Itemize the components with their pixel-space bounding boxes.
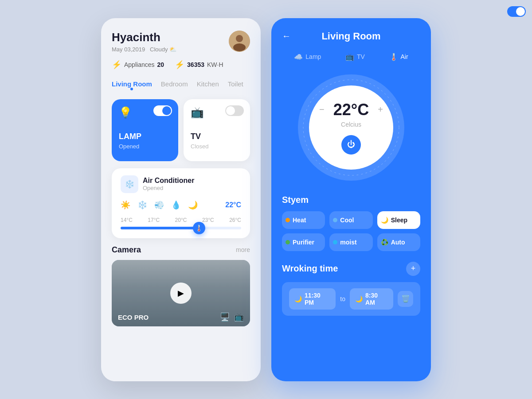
- mode-wind[interactable]: 💨: [154, 200, 164, 210]
- header-date: May 03,2019 Cloudy ⛅: [112, 46, 176, 53]
- left-header: Hyacinth May 03,2019 Cloudy ⛅: [112, 31, 250, 53]
- mode-heat-btn[interactable]: Heat: [282, 211, 325, 229]
- play-button[interactable]: ▶: [170, 283, 192, 304]
- mode-snow[interactable]: ❄️: [137, 200, 147, 210]
- moon-icon-from: 🌙: [294, 295, 302, 302]
- thermostat-outer: − 22°C + Celcius ⏻: [298, 74, 404, 181]
- room-tabs: Living Room Bedroom Kitchen Toilet: [112, 80, 250, 90]
- tv-name: TV: [191, 132, 243, 141]
- trash-icon: 🗑️: [401, 294, 410, 303]
- time-from-value: 11:30 PM: [305, 292, 330, 306]
- lamp-name: LAMP: [119, 132, 171, 141]
- tab-bedroom[interactable]: Bedroom: [161, 80, 188, 90]
- right-panel: ← Living Room ☁️ Lamp 📺 TV 🌡️ Air: [271, 18, 431, 381]
- camera-thumbnail: ▶ ECO PRO 🖥️ 📺: [112, 260, 250, 326]
- delete-time-btn[interactable]: 🗑️: [398, 291, 413, 307]
- user-name: Hyacinth: [112, 31, 176, 44]
- working-time-title: Wroking time: [282, 263, 338, 274]
- svg-point-2: [233, 43, 246, 51]
- mode-moon[interactable]: 🌙: [188, 200, 198, 210]
- mode-grid: Heat Cool 🌙 Sleep Purifier moist ♻️ Auto: [282, 211, 420, 251]
- tab-living-room[interactable]: Living Room: [112, 80, 152, 90]
- devices-row: 💡 LAMP Opened 📺 TV Closed: [112, 99, 250, 161]
- tv-tab-icon: 📺: [345, 53, 354, 61]
- tv-status: Closed: [191, 143, 243, 150]
- temp-slider[interactable]: 🌡️: [121, 227, 241, 229]
- mode-drop[interactable]: 💧: [171, 200, 181, 210]
- appliances-stat: ⚡ Appliances 20: [112, 60, 164, 70]
- device-tab-tv[interactable]: 📺 TV: [345, 53, 365, 61]
- appliances-icon: ⚡: [112, 60, 121, 70]
- thermostat-container: − 22°C + Celcius ⏻: [282, 74, 420, 181]
- thermo-controls: − 22°C +: [319, 101, 383, 119]
- ac-modes: ☀️ ❄️ 💨 💧 🌙 22°C: [121, 200, 241, 210]
- time-to-label: to: [340, 295, 345, 302]
- ac-title-row: ❄️ Air Conditioner Opened: [121, 175, 194, 193]
- camera-section: Camera more ▶ ECO PRO 🖥️ 📺: [112, 245, 250, 326]
- energy-icon: ⚡: [175, 60, 184, 70]
- heat-dot: [286, 218, 290, 222]
- mode-purifier-btn[interactable]: Purifier: [282, 233, 325, 251]
- auto-icon: ♻️: [381, 239, 388, 246]
- back-arrow[interactable]: ←: [282, 31, 291, 41]
- device-tab-lamp[interactable]: ☁️ Lamp: [294, 53, 321, 61]
- temp-slider-thumb[interactable]: 🌡️: [193, 222, 205, 234]
- room-title: Living Room: [321, 31, 380, 42]
- ac-status: Opened: [143, 185, 194, 191]
- working-time-header: Wroking time +: [282, 262, 420, 276]
- device-tab-air[interactable]: 🌡️ Air: [389, 53, 408, 61]
- ac-card: ❄️ Air Conditioner Opened ☀️ ❄️ 💨 💧 🌙 22…: [112, 168, 250, 238]
- lamp-toggle[interactable]: [153, 105, 172, 116]
- mode-auto-btn[interactable]: ♻️ Auto: [377, 233, 420, 251]
- device-tabs: ☁️ Lamp 📺 TV 🌡️ Air: [282, 53, 420, 61]
- ac-name: Air Conditioner: [143, 177, 194, 185]
- temp-plus-btn[interactable]: +: [378, 105, 383, 115]
- temp-slider-fill: [121, 227, 199, 229]
- camera-title: Camera: [112, 245, 141, 255]
- tab-toilet[interactable]: Toilet: [228, 80, 243, 90]
- purifier-dot: [286, 240, 290, 244]
- sleep-moon-icon: 🌙: [381, 217, 388, 224]
- toggle-knob: [226, 106, 235, 115]
- right-header: ← Living Room: [282, 31, 420, 42]
- time-row: 🌙 11:30 PM to 🌙 8:30 AM 🗑️: [282, 282, 420, 316]
- power-button[interactable]: ⏻: [341, 135, 361, 155]
- moist-dot: [333, 240, 337, 244]
- camera-icons: 🖥️ 📺: [220, 312, 244, 322]
- thermo-unit: Celcius: [341, 121, 361, 128]
- avatar[interactable]: [229, 31, 250, 52]
- lamp-card: 💡 LAMP Opened: [112, 99, 178, 161]
- temp-minus-btn[interactable]: −: [319, 105, 325, 115]
- mode-cool-btn[interactable]: Cool: [329, 211, 372, 229]
- energy-stat: ⚡ 36353 KW·H: [175, 60, 223, 70]
- styem-title: Styem: [282, 195, 420, 205]
- tv-toggle[interactable]: [225, 105, 244, 116]
- mode-sun[interactable]: ☀️: [121, 200, 130, 210]
- time-from-badge[interactable]: 🌙 11:30 PM: [289, 288, 336, 310]
- lamp-status: Opened: [119, 143, 171, 150]
- lamp-tab-icon: ☁️: [294, 53, 303, 61]
- camera-tv-icon[interactable]: 📺: [234, 312, 244, 322]
- tab-kitchen[interactable]: Kitchen: [197, 80, 219, 90]
- stats-row: ⚡ Appliances 20 ⚡ 36353 KW·H: [112, 60, 250, 70]
- ac-temp-display: 22°C: [225, 201, 241, 209]
- thermostat-inner: − 22°C + Celcius ⏻: [309, 85, 393, 170]
- air-tab-icon: 🌡️: [389, 53, 398, 61]
- mode-moist-btn[interactable]: moist: [329, 233, 372, 251]
- camera-label: ECO PRO: [118, 314, 149, 321]
- camera-more-link[interactable]: more: [236, 246, 250, 253]
- ac-icon: ❄️: [121, 175, 138, 193]
- toggle-knob: [162, 106, 171, 115]
- time-to-value: 8:30 AM: [365, 292, 388, 306]
- camera-header: Camera more: [112, 245, 250, 255]
- add-time-btn[interactable]: +: [406, 262, 420, 276]
- cool-dot: [333, 218, 337, 222]
- moon-icon-to: 🌙: [355, 295, 363, 302]
- time-to-badge[interactable]: 🌙 8:30 AM: [350, 288, 393, 310]
- camera-monitor-icon[interactable]: 🖥️: [220, 312, 230, 322]
- mode-sleep-btn[interactable]: 🌙 Sleep: [377, 211, 420, 229]
- svg-point-1: [236, 35, 243, 42]
- temp-scale: 14°C 17°C 20°C 23°C 26°C: [121, 217, 241, 223]
- ac-header: ❄️ Air Conditioner Opened: [121, 175, 241, 193]
- thermo-temp-display: 22°C: [333, 101, 369, 119]
